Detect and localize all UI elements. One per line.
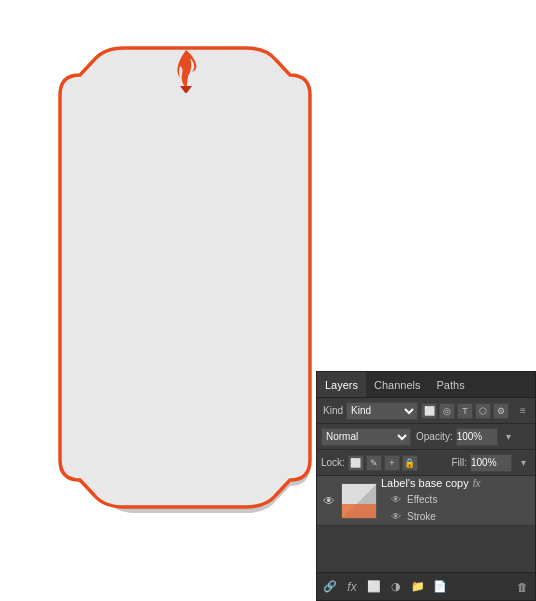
layers-bottom-toolbar: 🔗 fx ⬜ ◑ 📁 📄 🗑 <box>317 572 535 600</box>
canvas-area: Layers Channels Paths Kind Kind ⬜ ◎ T ⬡ … <box>0 0 536 601</box>
fx-icon[interactable]: fx <box>343 578 361 596</box>
link-layers-icon[interactable]: 🔗 <box>321 578 339 596</box>
flame-arrow-icon <box>166 48 206 93</box>
stroke-label: Stroke <box>407 511 436 522</box>
layer-visibility-toggle[interactable]: 👁 <box>321 493 337 509</box>
blend-opacity-row: Normal Opacity: ▾ <box>317 424 535 450</box>
opacity-label: Opacity: <box>416 431 453 442</box>
svg-marker-0 <box>180 86 192 93</box>
lock-artboard-icon[interactable]: + <box>384 455 400 471</box>
effects-label: Effects <box>407 494 437 505</box>
fill-menu-icon[interactable]: ▾ <box>515 455 531 471</box>
label-svg <box>50 30 320 520</box>
layer-name-section: Label's base copy fx 👁 Effects 👁 Stroke <box>381 477 531 524</box>
smart-filter-icon[interactable]: ⚙ <box>493 403 509 419</box>
new-layer-icon[interactable]: 📄 <box>431 578 449 596</box>
panel-menu-icon[interactable]: ≡ <box>515 403 531 419</box>
fill-label: Fill: <box>451 457 467 468</box>
label-shape <box>50 30 320 520</box>
fx-badge: fx <box>473 478 481 489</box>
layer-name-row: Label's base copy fx <box>381 477 531 489</box>
lock-all-icon[interactable]: 🔒 <box>402 455 418 471</box>
stroke-visibility-icon[interactable]: 👁 <box>389 509 403 523</box>
effects-visibility-icon[interactable]: 👁 <box>389 492 403 506</box>
effects-row: 👁 Effects <box>381 491 531 507</box>
delete-layer-icon[interactable]: 🗑 <box>513 578 531 596</box>
opacity-menu-icon[interactable]: ▾ <box>501 429 517 445</box>
adjustment-filter-icon[interactable]: ◎ <box>439 403 455 419</box>
lock-icons: ⬜ ✎ + 🔒 <box>348 455 418 471</box>
tab-paths[interactable]: Paths <box>429 372 473 397</box>
layers-panel: Layers Channels Paths Kind Kind ⬜ ◎ T ⬡ … <box>316 371 536 601</box>
layers-tabs: Layers Channels Paths <box>317 372 535 398</box>
blend-mode-select[interactable]: Normal <box>321 428 411 446</box>
type-filter-icon[interactable]: T <box>457 403 473 419</box>
lock-fill-row: Lock: ⬜ ✎ + 🔒 Fill: ▾ <box>317 450 535 476</box>
shape-filter-icon[interactable]: ⬡ <box>475 403 491 419</box>
kind-label: Kind <box>323 405 343 416</box>
tab-layers[interactable]: Layers <box>317 372 366 397</box>
layer-name: Label's base copy <box>381 477 469 489</box>
kind-row: Kind Kind ⬜ ◎ T ⬡ ⚙ ≡ <box>317 398 535 424</box>
filter-icons: ⬜ ◎ T ⬡ ⚙ <box>421 403 509 419</box>
add-mask-icon[interactable]: ⬜ <box>365 578 383 596</box>
lock-pixels-icon[interactable]: ⬜ <box>348 455 364 471</box>
lock-position-icon[interactable]: ✎ <box>366 455 382 471</box>
adjustment-layer-icon[interactable]: ◑ <box>387 578 405 596</box>
kind-select[interactable]: Kind <box>346 402 418 420</box>
tab-channels[interactable]: Channels <box>366 372 428 397</box>
layer-effects: 👁 Effects 👁 Stroke <box>381 491 531 524</box>
new-group-icon[interactable]: 📁 <box>409 578 427 596</box>
layer-thumbnail <box>341 483 377 519</box>
stroke-row: 👁 Stroke <box>381 508 531 524</box>
fill-input[interactable] <box>470 454 512 472</box>
pixel-filter-icon[interactable]: ⬜ <box>421 403 437 419</box>
thumb-orange <box>342 504 376 518</box>
layer-item[interactable]: 👁 Label's base copy fx 👁 Effects 👁 <box>317 476 535 526</box>
opacity-input[interactable] <box>456 428 498 446</box>
lock-label: Lock: <box>321 457 345 468</box>
